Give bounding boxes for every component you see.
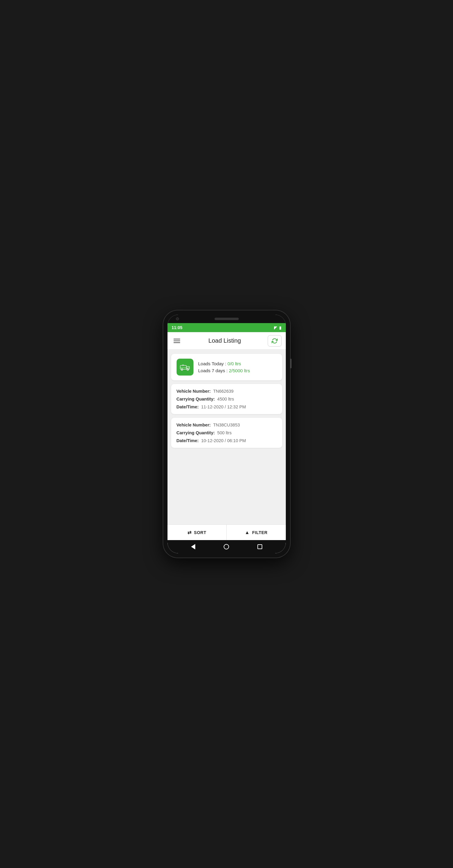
filter-button[interactable]: ▲ FILTER [227,525,286,540]
datetime-label-2: Date/Time: [176,438,199,443]
filter-label: FILTER [252,530,267,535]
refresh-button[interactable] [268,335,282,347]
loads-today-label: Loads Today : [198,361,226,366]
side-buttons [290,359,291,368]
sort-icon: ⇄ [188,530,192,535]
android-nav-bar [168,540,286,553]
carrying-qty-label-1: Carrying Quantity: [176,397,215,401]
sort-label: SORT [194,530,206,535]
summary-card: Loads Today : 0/0 ltrs Loads 7 days : 2/… [171,354,282,380]
phone-device: 11:05 ◤ ▮ Load Listing [163,310,290,558]
carrying-qty-field-1: Carrying Quantity: 4500 ltrs [176,397,277,401]
recent-icon [257,544,262,549]
nav-recent-button[interactable] [255,542,265,552]
nav-home-button[interactable] [222,542,231,552]
svg-point-3 [181,369,183,370]
datetime-label-1: Date/Time: [176,404,199,409]
status-time: 11:05 [172,325,182,330]
svg-rect-6 [182,365,184,366]
carrying-qty-field-2: Carrying Quantity: 500 ltrs [176,430,277,435]
datetime-value-1: 11-12-2020 / 12:32 PM [201,404,246,409]
page-title: Load Listing [208,337,241,344]
datetime-field-1: Date/Time: 11-12-2020 / 12:32 PM [176,404,277,409]
status-bar: 11:05 ◤ ▮ [168,323,286,332]
carrying-qty-value-1: 4500 ltrs [217,397,234,401]
back-icon [191,544,195,550]
notch-bar [168,315,286,323]
vehicle-number-field-2: Vehicle Number: TN38CU3853 [176,423,277,427]
app-header: Load Listing [168,332,286,350]
vehicle-number-field-1: Vehicle Number: TN662639 [176,389,277,394]
sort-button[interactable]: ⇄ SORT [168,525,227,540]
datetime-value-2: 10-12-2020 / 06:10 PM [201,438,246,443]
menu-line-1 [173,339,180,339]
menu-button[interactable] [172,337,182,345]
nav-back-button[interactable] [188,542,198,552]
loads-today-value: 0/0 ltrs [228,361,241,366]
status-icons: ◤ ▮ [274,325,282,330]
vehicle-number-label-2: Vehicle Number: [176,423,211,427]
phone-screen: 11:05 ◤ ▮ Load Listing [168,315,286,553]
svg-point-4 [187,369,189,370]
truck-icon-box [176,359,194,375]
front-camera [176,317,179,320]
main-content: Loads Today : 0/0 ltrs Loads 7 days : 2/… [168,350,286,524]
svg-rect-0 [180,365,186,369]
loads-7days-value: 2/5000 ltrs [229,368,250,373]
speaker [215,318,239,320]
menu-line-2 [173,341,180,341]
home-icon [224,544,229,550]
carrying-qty-value-2: 500 ltrs [217,430,232,435]
carrying-qty-label-2: Carrying Quantity: [176,430,215,435]
loads-today-row: Loads Today : 0/0 ltrs [198,361,250,366]
refresh-icon [272,338,278,344]
datetime-field-2: Date/Time: 10-12-2020 / 06:10 PM [176,438,277,443]
vehicle-number-label-1: Vehicle Number: [176,389,211,394]
filter-icon: ▲ [245,530,250,535]
truck-icon [179,362,191,373]
battery-icon: ▮ [279,325,282,330]
vehicle-number-value-2: TN38CU3853 [213,423,240,427]
bottom-bar: ⇄ SORT ▲ FILTER [168,524,286,540]
menu-line-3 [173,342,180,343]
vehicle-number-value-1: TN662639 [213,389,234,394]
loads-7days-label: Loads 7 days : [198,368,228,373]
load-card-1: Vehicle Number: TN662639 Carrying Quanti… [171,384,282,414]
loads-7days-row: Loads 7 days : 2/5000 ltrs [198,368,250,373]
summary-text: Loads Today : 0/0 ltrs Loads 7 days : 2/… [198,361,250,373]
load-card-2: Vehicle Number: TN38CU3853 Carrying Quan… [171,418,282,448]
signal-icon: ◤ [274,325,277,330]
